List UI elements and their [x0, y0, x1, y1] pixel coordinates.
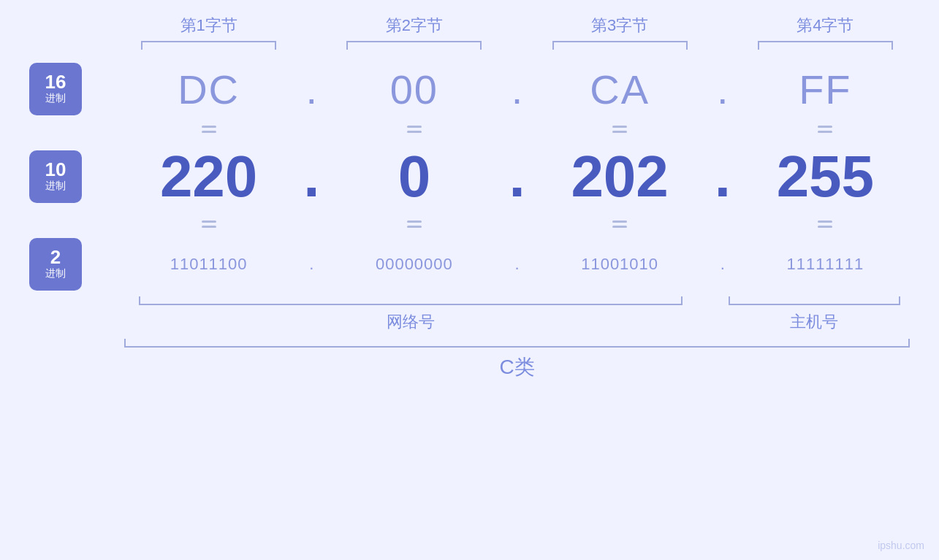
binary-dot-1: .	[293, 255, 330, 274]
binary-cell-1: 11011100	[124, 255, 293, 274]
bracket-top-2	[346, 41, 482, 50]
byte-label-4: 第4字节	[797, 15, 854, 37]
byte-headers: 第1字节 第2字节 第3字节 第4字节	[124, 15, 910, 50]
decimal-cell-3: 202	[536, 143, 704, 210]
binary-cell-2: 00000000	[330, 255, 498, 274]
hex-badge: 16 进制	[29, 63, 82, 115]
hex-dot-2: .	[499, 66, 536, 113]
hex-dot-1: .	[293, 66, 330, 113]
decimal-unit: 进制	[45, 179, 66, 193]
host-bracket-group: 主机号	[719, 296, 910, 333]
hex-value-1: DC	[178, 66, 240, 113]
decimal-value-2: 0	[398, 143, 431, 210]
binary-dot-3: .	[704, 255, 741, 274]
byte-col-3: 第3字节	[536, 15, 704, 50]
hex-row: 16 进制 DC . 00 . CA . FF	[29, 63, 910, 115]
decimal-num: 10	[45, 160, 66, 179]
eq2-col-2	[330, 213, 498, 235]
binary-dot-2: .	[499, 255, 536, 274]
network-host-brackets: 网络号 主机号	[124, 296, 910, 333]
equals-sign-1	[202, 126, 216, 133]
eq-col-4	[741, 118, 910, 140]
eq2-col-1	[124, 213, 293, 235]
decimal-cell-1: 220	[124, 143, 293, 210]
decimal-badge-wrapper: 10 进制	[29, 150, 124, 203]
equals-sign-4	[818, 126, 832, 133]
byte-label-3: 第3字节	[591, 15, 648, 37]
hex-values: DC . 00 . CA . FF	[124, 66, 910, 113]
byte-col-4: 第4字节	[741, 15, 910, 50]
binary-badge-wrapper: 2 进制	[29, 238, 124, 291]
binary-unit: 进制	[45, 266, 66, 281]
decimal-values: 220 . 0 . 202 . 255	[124, 143, 910, 210]
bracket-top-1	[141, 41, 276, 50]
class-bracket-line	[124, 339, 910, 348]
hex-cell-1: DC	[124, 66, 293, 113]
eq-col-2	[330, 118, 498, 140]
decimal-row: 10 进制 220 . 0 . 202 . 255	[29, 143, 910, 210]
binary-values: 11011100 . 00000000 . 11001010 . 1111111…	[124, 255, 910, 274]
host-bracket-line	[729, 296, 900, 305]
decimal-dot-2: .	[499, 143, 536, 210]
network-bracket-group: 网络号	[124, 296, 697, 333]
network-label: 网络号	[387, 311, 435, 333]
binary-badge: 2 进制	[29, 238, 82, 291]
watermark: ipshu.com	[878, 540, 924, 551]
decimal-cell-2: 0	[330, 143, 498, 210]
main-container: 第1字节 第2字节 第3字节 第4字节 16 进制 DC	[0, 0, 939, 560]
network-bracket-line	[139, 296, 683, 305]
equals-sign-2	[407, 126, 422, 133]
hex-num: 16	[45, 72, 66, 91]
decimal-dot-3: .	[704, 143, 741, 210]
hex-cell-3: CA	[536, 66, 704, 113]
binary-value-3: 11001010	[581, 255, 658, 274]
eq-col-1	[124, 118, 293, 140]
equals-row-1	[124, 118, 910, 140]
bracket-top-3	[552, 41, 688, 50]
binary-cell-4: 11111111	[741, 255, 910, 274]
byte-col-1: 第1字节	[124, 15, 293, 50]
binary-num: 2	[50, 248, 61, 266]
byte-col-2: 第2字节	[330, 15, 498, 50]
eq-col-3	[536, 118, 704, 140]
decimal-cell-4: 255	[741, 143, 910, 210]
decimal-dot-1: .	[293, 143, 330, 210]
hex-value-2: 00	[390, 66, 438, 113]
byte-label-2: 第2字节	[386, 15, 443, 37]
hex-cell-2: 00	[330, 66, 498, 113]
binary-value-4: 11111111	[786, 255, 864, 274]
hex-cell-4: FF	[741, 66, 910, 113]
hex-badge-wrapper: 16 进制	[29, 63, 124, 115]
host-label: 主机号	[790, 311, 838, 333]
byte-label-1: 第1字节	[180, 15, 237, 37]
class-label: C类	[124, 353, 910, 381]
equals-sign-3	[612, 126, 627, 133]
binary-value-1: 11011100	[170, 255, 248, 274]
decimal-value-3: 202	[571, 143, 668, 210]
decimal-badge: 10 进制	[29, 150, 82, 203]
binary-cell-3: 11001010	[536, 255, 704, 274]
equals-row-2	[124, 213, 910, 235]
bracket-top-4	[758, 41, 893, 50]
eq2-col-3	[536, 213, 704, 235]
bracket-container: 网络号 主机号	[124, 296, 910, 333]
decimal-value-1: 220	[160, 143, 257, 210]
class-bracket-group: C类	[124, 339, 910, 381]
hex-unit: 进制	[45, 91, 66, 106]
binary-row: 2 进制 11011100 . 00000000 . 11001010 .	[29, 238, 910, 291]
decimal-value-4: 255	[777, 143, 874, 210]
hex-value-3: CA	[590, 66, 650, 113]
hex-dot-3: .	[704, 66, 741, 113]
hex-value-4: FF	[799, 66, 851, 113]
eq2-col-4	[741, 213, 910, 235]
binary-value-2: 00000000	[376, 255, 453, 274]
